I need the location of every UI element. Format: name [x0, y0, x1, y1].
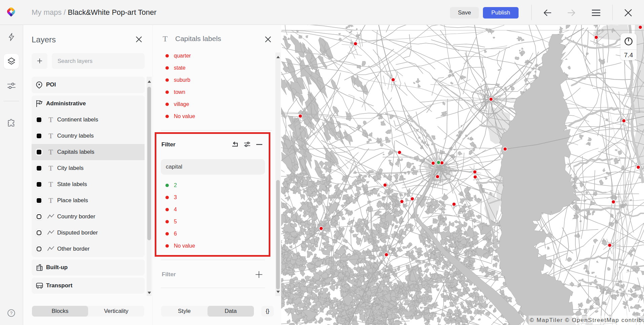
- svg-text:?: ?: [10, 311, 12, 316]
